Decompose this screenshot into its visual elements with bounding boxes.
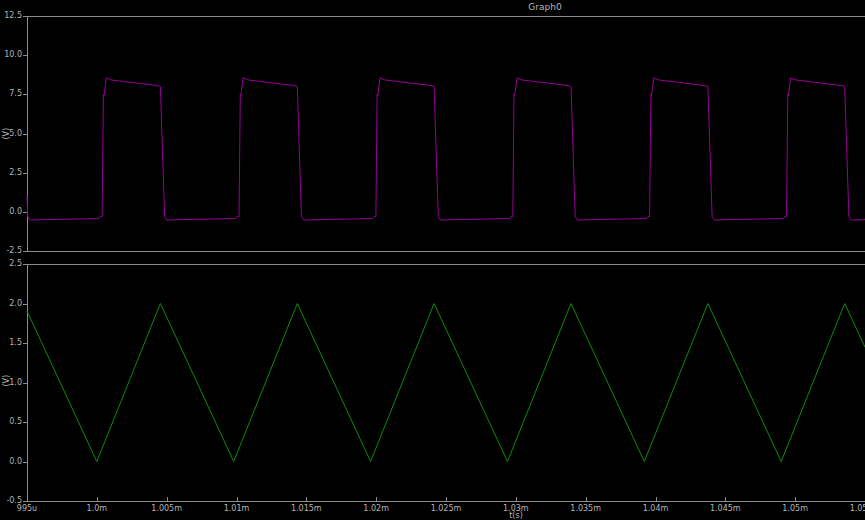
x-tick [446, 497, 447, 501]
y-tick-label: 1.5 [0, 338, 22, 348]
x-tick-label: 1.03m [491, 504, 541, 513]
y-tick-label: 0.5 [0, 417, 22, 427]
x-tick [516, 497, 517, 501]
y-tick [23, 264, 27, 265]
x-tick [167, 497, 168, 501]
triangle-wave-trace [27, 304, 865, 462]
waveform-layer [0, 0, 865, 520]
square-wave-trace [27, 78, 865, 220]
x-tick-label: 1.045m [700, 504, 750, 513]
y-tick [23, 212, 27, 213]
x-tick-label: 1.055m [840, 504, 865, 513]
graph-window: Graph0 (V) (V) t(s) 12.510.07.55.02.50.0… [0, 0, 865, 520]
x-tick [795, 497, 796, 501]
x-tick [656, 497, 657, 501]
x-tick-label: 1.005m [142, 504, 192, 513]
x-tick-label: 1.05m [770, 504, 820, 513]
x-tick-label: 1.025m [421, 504, 471, 513]
y-tick-label: 0.0 [0, 457, 22, 467]
x-tick-label: 1.02m [351, 504, 401, 513]
y-tick [23, 55, 27, 56]
x-tick [376, 497, 377, 501]
x-tick-label: 1.035m [561, 504, 611, 513]
y-tick [23, 251, 27, 252]
y-tick [23, 462, 27, 463]
x-tick [27, 497, 28, 501]
x-tick [586, 497, 587, 501]
x-tick [725, 497, 726, 501]
x-tick [97, 497, 98, 501]
x-tick-label: 1.04m [631, 504, 681, 513]
y-tick [23, 94, 27, 95]
y-tick [23, 501, 27, 502]
y-tick-label: 2.0 [0, 299, 22, 309]
x-tick [237, 497, 238, 501]
y-tick [23, 422, 27, 423]
y-tick [23, 134, 27, 135]
x-tick-label: 995u [2, 504, 52, 513]
x-tick-label: 1.01m [212, 504, 262, 513]
y-tick [23, 304, 27, 305]
y-tick-label: 12.5 [0, 11, 22, 21]
y-tick-label: 7.5 [0, 89, 22, 99]
x-tick-label: 1.0m [72, 504, 122, 513]
y-tick-label: 2.5 [0, 168, 22, 178]
y-tick-label: 2.5 [0, 259, 22, 269]
y-tick [23, 16, 27, 17]
y-tick [23, 343, 27, 344]
y-tick [23, 383, 27, 384]
x-tick [306, 497, 307, 501]
y-tick [23, 173, 27, 174]
x-tick-label: 1.015m [281, 504, 331, 513]
y-tick-label: 5.0 [0, 129, 22, 139]
y-tick-label: 1.0 [0, 378, 22, 388]
y-tick-label: -2.5 [0, 246, 22, 256]
y-tick-label: 10.0 [0, 50, 22, 60]
y-tick-label: 0.0 [0, 207, 22, 217]
